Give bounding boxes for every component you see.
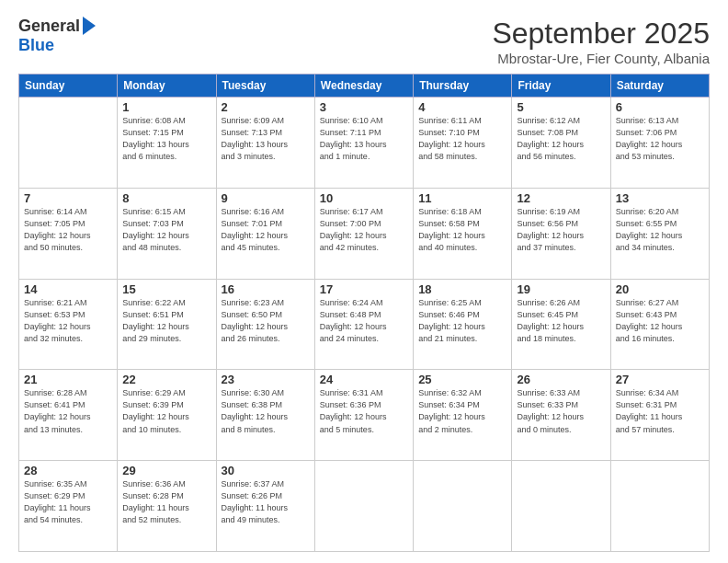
day-info: Sunrise: 6:30 AM Sunset: 6:38 PM Dayligh… xyxy=(222,387,310,435)
calendar-week-row: 21Sunrise: 6:28 AM Sunset: 6:41 PM Dayli… xyxy=(19,370,710,461)
day-info: Sunrise: 6:11 AM Sunset: 7:10 PM Dayligh… xyxy=(418,115,506,163)
day-number: 24 xyxy=(320,373,408,386)
logo-blue: Blue xyxy=(18,36,54,55)
day-number: 15 xyxy=(122,282,210,296)
col-thursday: Thursday xyxy=(414,75,512,98)
day-number: 16 xyxy=(222,282,310,296)
calendar-cell: 23Sunrise: 6:30 AM Sunset: 6:38 PM Dayli… xyxy=(216,370,314,461)
day-number: 4 xyxy=(418,100,506,114)
day-info: Sunrise: 6:09 AM Sunset: 7:13 PM Dayligh… xyxy=(222,115,310,163)
calendar-cell xyxy=(610,461,709,552)
calendar-header-row: Sunday Monday Tuesday Wednesday Thursday… xyxy=(19,75,710,98)
col-monday: Monday xyxy=(118,75,216,98)
day-info: Sunrise: 6:37 AM Sunset: 6:26 PM Dayligh… xyxy=(222,478,310,526)
calendar-cell: 8Sunrise: 6:15 AM Sunset: 7:03 PM Daylig… xyxy=(118,188,216,279)
calendar-cell: 5Sunrise: 6:12 AM Sunset: 7:08 PM Daylig… xyxy=(512,98,610,189)
day-info: Sunrise: 6:34 AM Sunset: 6:31 PM Dayligh… xyxy=(616,387,704,435)
day-info: Sunrise: 6:20 AM Sunset: 6:55 PM Dayligh… xyxy=(616,206,704,254)
calendar-cell: 4Sunrise: 6:11 AM Sunset: 7:10 PM Daylig… xyxy=(414,98,512,189)
page: General Blue September 2025 Mbrostar-Ure… xyxy=(0,0,728,563)
day-info: Sunrise: 6:31 AM Sunset: 6:36 PM Dayligh… xyxy=(320,387,408,435)
calendar-cell: 16Sunrise: 6:23 AM Sunset: 6:50 PM Dayli… xyxy=(216,279,314,370)
day-number: 22 xyxy=(122,373,210,386)
calendar-cell: 27Sunrise: 6:34 AM Sunset: 6:31 PM Dayli… xyxy=(610,370,709,461)
calendar-cell: 30Sunrise: 6:37 AM Sunset: 6:26 PM Dayli… xyxy=(216,461,314,552)
day-info: Sunrise: 6:29 AM Sunset: 6:39 PM Dayligh… xyxy=(122,387,210,435)
calendar-cell: 1Sunrise: 6:08 AM Sunset: 7:15 PM Daylig… xyxy=(118,98,216,189)
calendar-cell: 28Sunrise: 6:35 AM Sunset: 6:29 PM Dayli… xyxy=(19,461,118,552)
day-number: 29 xyxy=(122,464,210,477)
day-number: 13 xyxy=(616,191,704,205)
header: General Blue September 2025 Mbrostar-Ure… xyxy=(18,17,710,66)
day-number: 7 xyxy=(24,191,112,205)
calendar-cell: 18Sunrise: 6:25 AM Sunset: 6:46 PM Dayli… xyxy=(414,279,512,370)
day-info: Sunrise: 6:21 AM Sunset: 6:53 PM Dayligh… xyxy=(24,297,112,345)
day-info: Sunrise: 6:36 AM Sunset: 6:28 PM Dayligh… xyxy=(122,478,210,526)
day-info: Sunrise: 6:23 AM Sunset: 6:50 PM Dayligh… xyxy=(222,297,310,345)
calendar-week-row: 1Sunrise: 6:08 AM Sunset: 7:15 PM Daylig… xyxy=(19,98,710,189)
col-saturday: Saturday xyxy=(610,75,709,98)
calendar-cell: 13Sunrise: 6:20 AM Sunset: 6:55 PM Dayli… xyxy=(610,188,709,279)
calendar-cell: 17Sunrise: 6:24 AM Sunset: 6:48 PM Dayli… xyxy=(314,279,413,370)
calendar-cell xyxy=(314,461,413,552)
day-info: Sunrise: 6:18 AM Sunset: 6:58 PM Dayligh… xyxy=(418,206,506,254)
col-friday: Friday xyxy=(512,75,610,98)
day-number: 25 xyxy=(418,373,506,386)
day-number: 3 xyxy=(320,100,408,114)
calendar-cell: 11Sunrise: 6:18 AM Sunset: 6:58 PM Dayli… xyxy=(414,188,512,279)
day-info: Sunrise: 6:15 AM Sunset: 7:03 PM Dayligh… xyxy=(122,206,210,254)
day-number: 5 xyxy=(517,100,605,114)
calendar-cell: 15Sunrise: 6:22 AM Sunset: 6:51 PM Dayli… xyxy=(118,279,216,370)
month-title: September 2025 xyxy=(492,17,710,51)
calendar-cell: 14Sunrise: 6:21 AM Sunset: 6:53 PM Dayli… xyxy=(19,279,118,370)
col-tuesday: Tuesday xyxy=(216,75,314,98)
logo-arrow-icon xyxy=(83,17,96,35)
calendar-cell: 19Sunrise: 6:26 AM Sunset: 6:45 PM Dayli… xyxy=(512,279,610,370)
day-info: Sunrise: 6:22 AM Sunset: 6:51 PM Dayligh… xyxy=(122,297,210,345)
calendar-cell: 7Sunrise: 6:14 AM Sunset: 7:05 PM Daylig… xyxy=(19,188,118,279)
day-info: Sunrise: 6:32 AM Sunset: 6:34 PM Dayligh… xyxy=(418,387,506,435)
day-info: Sunrise: 6:24 AM Sunset: 6:48 PM Dayligh… xyxy=(320,297,408,345)
day-number: 12 xyxy=(517,191,605,205)
day-number: 11 xyxy=(418,191,506,205)
day-info: Sunrise: 6:35 AM Sunset: 6:29 PM Dayligh… xyxy=(24,478,112,526)
day-number: 19 xyxy=(517,282,605,296)
day-number: 10 xyxy=(320,191,408,205)
calendar-cell xyxy=(512,461,610,552)
calendar-cell: 26Sunrise: 6:33 AM Sunset: 6:33 PM Dayli… xyxy=(512,370,610,461)
day-info: Sunrise: 6:17 AM Sunset: 7:00 PM Dayligh… xyxy=(320,206,408,254)
day-info: Sunrise: 6:10 AM Sunset: 7:11 PM Dayligh… xyxy=(320,115,408,163)
day-number: 2 xyxy=(222,100,310,114)
day-info: Sunrise: 6:25 AM Sunset: 6:46 PM Dayligh… xyxy=(418,297,506,345)
calendar-week-row: 28Sunrise: 6:35 AM Sunset: 6:29 PM Dayli… xyxy=(19,461,710,552)
day-number: 14 xyxy=(24,282,112,296)
calendar-week-row: 7Sunrise: 6:14 AM Sunset: 7:05 PM Daylig… xyxy=(19,188,710,279)
calendar-cell: 2Sunrise: 6:09 AM Sunset: 7:13 PM Daylig… xyxy=(216,98,314,189)
day-number: 9 xyxy=(222,191,310,205)
day-number: 8 xyxy=(122,191,210,205)
location-subtitle: Mbrostar-Ure, Fier County, Albania xyxy=(492,51,710,66)
day-number: 1 xyxy=(122,100,210,114)
day-info: Sunrise: 6:12 AM Sunset: 7:08 PM Dayligh… xyxy=(517,115,605,163)
calendar-cell xyxy=(414,461,512,552)
day-info: Sunrise: 6:08 AM Sunset: 7:15 PM Dayligh… xyxy=(122,115,210,163)
day-info: Sunrise: 6:26 AM Sunset: 6:45 PM Dayligh… xyxy=(517,297,605,345)
calendar-cell xyxy=(19,98,118,189)
calendar-cell: 12Sunrise: 6:19 AM Sunset: 6:56 PM Dayli… xyxy=(512,188,610,279)
day-number: 23 xyxy=(222,373,310,386)
day-info: Sunrise: 6:14 AM Sunset: 7:05 PM Dayligh… xyxy=(24,206,112,254)
day-number: 18 xyxy=(418,282,506,296)
col-wednesday: Wednesday xyxy=(314,75,413,98)
day-info: Sunrise: 6:28 AM Sunset: 6:41 PM Dayligh… xyxy=(24,387,112,435)
logo: General Blue xyxy=(18,17,96,55)
title-section: September 2025 Mbrostar-Ure, Fier County… xyxy=(492,17,710,66)
calendar-week-row: 14Sunrise: 6:21 AM Sunset: 6:53 PM Dayli… xyxy=(19,279,710,370)
calendar-cell: 9Sunrise: 6:16 AM Sunset: 7:01 PM Daylig… xyxy=(216,188,314,279)
day-info: Sunrise: 6:19 AM Sunset: 6:56 PM Dayligh… xyxy=(517,206,605,254)
calendar-cell: 22Sunrise: 6:29 AM Sunset: 6:39 PM Dayli… xyxy=(118,370,216,461)
calendar-table: Sunday Monday Tuesday Wednesday Thursday… xyxy=(18,74,710,552)
calendar-cell: 20Sunrise: 6:27 AM Sunset: 6:43 PM Dayli… xyxy=(610,279,709,370)
day-info: Sunrise: 6:33 AM Sunset: 6:33 PM Dayligh… xyxy=(517,387,605,435)
calendar-cell: 25Sunrise: 6:32 AM Sunset: 6:34 PM Dayli… xyxy=(414,370,512,461)
day-number: 21 xyxy=(24,373,112,386)
